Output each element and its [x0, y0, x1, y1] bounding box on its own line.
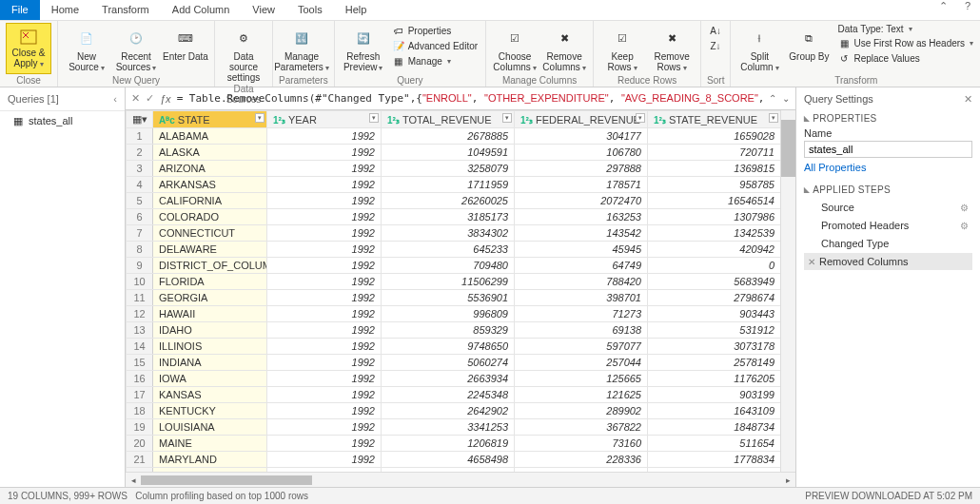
- gear-icon[interactable]: ⚙: [960, 221, 969, 231]
- cell-value[interactable]: 228336: [515, 452, 648, 468]
- cell-value[interactable]: 3258079: [382, 161, 515, 177]
- cell-state[interactable]: KENTUCKY: [153, 403, 267, 419]
- delete-step-icon[interactable]: ✕: [808, 257, 815, 267]
- table-row[interactable]: 7CONNECTICUT199238343021435421342539: [127, 225, 781, 242]
- table-row[interactable]: 8DELAWARE199264523345945420942: [127, 242, 781, 258]
- cell-value[interactable]: 1992: [267, 258, 382, 274]
- tab-help[interactable]: Help: [334, 0, 379, 20]
- applied-steps-section[interactable]: APPLIED STEPS: [804, 184, 972, 195]
- cell-state[interactable]: LOUISIANA: [153, 419, 267, 436]
- cell-value[interactable]: 5536901: [382, 290, 515, 306]
- cell-value[interactable]: 1992: [267, 419, 382, 436]
- data-type-button[interactable]: Data Type: Text: [835, 23, 975, 35]
- cell-value[interactable]: 1049591: [382, 145, 515, 161]
- cell-value[interactable]: 1992: [267, 468, 382, 473]
- cell-value[interactable]: 2578149: [648, 355, 781, 371]
- cell-value[interactable]: 1992: [267, 128, 382, 145]
- column-dropdown-icon[interactable]: ▾: [769, 113, 778, 123]
- cell-value[interactable]: 4658498: [382, 452, 515, 468]
- cell-value[interactable]: 297888: [515, 161, 648, 177]
- cell-state[interactable]: ARKANSAS: [153, 177, 267, 193]
- cell-value[interactable]: 1992: [267, 242, 382, 258]
- cell-value[interactable]: 1992: [267, 177, 382, 193]
- properties-button[interactable]: 🏷Properties: [390, 23, 480, 38]
- column-dropdown-icon[interactable]: ▾: [369, 113, 379, 123]
- cell-value[interactable]: 2663934: [382, 371, 515, 387]
- table-row[interactable]: 3ARIZONA199232580792978881369815: [127, 161, 781, 177]
- cell-value[interactable]: 1992: [267, 371, 382, 387]
- cell-value[interactable]: 1778834: [648, 452, 781, 468]
- cell-value[interactable]: 1307986: [648, 209, 781, 225]
- cell-value[interactable]: 367822: [515, 419, 648, 436]
- cell-value[interactable]: 106780: [515, 145, 648, 161]
- help-icon[interactable]: ?: [955, 0, 980, 20]
- cell-value[interactable]: 16546514: [648, 193, 781, 209]
- close-apply-button[interactable]: Close & Apply: [6, 23, 51, 74]
- tab-transform[interactable]: Transform: [90, 0, 161, 20]
- applied-step[interactable]: Promoted Headers⚙: [804, 217, 972, 234]
- first-row-headers-button[interactable]: ▦Use First Row as Headers: [835, 35, 975, 50]
- cell-value[interactable]: 597077: [515, 339, 648, 355]
- cell-value[interactable]: 3834302: [382, 225, 515, 242]
- table-row[interactable]: 4ARKANSAS19921711959178571958785: [127, 177, 781, 193]
- cell-value[interactable]: 1342539: [648, 225, 781, 242]
- table-row[interactable]: 1ALABAMA199226788853041771659028: [127, 128, 781, 145]
- cell-state[interactable]: KANSAS: [153, 387, 267, 403]
- table-row[interactable]: 15INDIANA199250602742570442578149: [127, 355, 781, 371]
- column-dropdown-icon[interactable]: ▾: [255, 113, 265, 123]
- tab-add-column[interactable]: Add Column: [161, 0, 242, 20]
- cell-value[interactable]: 69138: [515, 322, 648, 339]
- cell-value[interactable]: 2798674: [648, 290, 781, 306]
- cell-value[interactable]: 1643109: [648, 403, 781, 419]
- cell-state[interactable]: ALABAMA: [153, 128, 267, 145]
- new-source-button[interactable]: 📄New Source: [64, 23, 109, 73]
- cell-value[interactable]: 1439051: [648, 468, 781, 473]
- table-row[interactable]: 9DISTRICT_OF_COLUMBIA1992709480647490: [127, 258, 781, 274]
- cell-state[interactable]: DELAWARE: [153, 242, 267, 258]
- cell-value[interactable]: 958785: [648, 177, 781, 193]
- cell-value[interactable]: 1848734: [648, 419, 781, 436]
- cell-value[interactable]: 3073178: [648, 339, 781, 355]
- manage-parameters-button[interactable]: 🔣Manage Parameters: [279, 23, 324, 73]
- cell-value[interactable]: 903199: [648, 387, 781, 403]
- sort-asc-button[interactable]: A↓: [707, 23, 724, 38]
- properties-section[interactable]: PROPERTIES: [804, 113, 972, 124]
- cell-value[interactable]: 45945: [515, 242, 648, 258]
- tab-home[interactable]: Home: [40, 0, 90, 20]
- vertical-scrollbar[interactable]: [780, 110, 795, 472]
- chevron-up-icon[interactable]: ⌃: [931, 0, 955, 20]
- column-dropdown-icon[interactable]: ▾: [636, 113, 645, 123]
- cell-value[interactable]: 1992: [267, 290, 382, 306]
- column-header-federal_revenue[interactable]: 1²₃FEDERAL_REVENUE▾: [515, 111, 648, 128]
- recent-sources-button[interactable]: 🕑Recent Sources: [113, 23, 159, 73]
- cell-value[interactable]: 903443: [648, 306, 781, 322]
- cell-value[interactable]: 531912: [648, 322, 781, 339]
- cell-value[interactable]: 1992: [267, 161, 382, 177]
- cancel-icon[interactable]: ✕: [131, 92, 140, 105]
- cell-value[interactable]: 645233: [382, 242, 515, 258]
- scroll-right-icon[interactable]: ▸: [780, 475, 795, 485]
- applied-step[interactable]: Source⚙: [804, 199, 972, 216]
- remove-rows-button[interactable]: ✖Remove Rows: [649, 23, 695, 73]
- table-row[interactable]: 19LOUISIANA199233412533678221848734: [127, 419, 781, 436]
- table-row[interactable]: 12HAWAII199299680971273903443: [127, 306, 781, 322]
- cell-value[interactable]: 3341253: [382, 419, 515, 436]
- gear-icon[interactable]: ⚙: [960, 203, 969, 213]
- cell-value[interactable]: 143542: [515, 225, 648, 242]
- cell-value[interactable]: 1992: [267, 436, 382, 452]
- split-column-button[interactable]: ⫲Split Column: [736, 23, 782, 73]
- cell-value[interactable]: 2072470: [515, 193, 648, 209]
- all-properties-link[interactable]: All Properties: [804, 162, 866, 173]
- cell-value[interactable]: 1992: [267, 355, 382, 371]
- cell-value[interactable]: 1992: [267, 403, 382, 419]
- cell-state[interactable]: ARIZONA: [153, 161, 267, 177]
- cell-value[interactable]: 73160: [515, 436, 648, 452]
- formula-up-icon[interactable]: ⌃: [769, 93, 776, 104]
- cell-value[interactable]: 859329: [382, 322, 515, 339]
- column-header-state_revenue[interactable]: 1²₃STATE_REVENUE▾: [648, 111, 781, 128]
- cell-value[interactable]: 1992: [267, 193, 382, 209]
- cell-value[interactable]: 3185173: [382, 209, 515, 225]
- corner-cell[interactable]: ▦▾: [127, 111, 153, 128]
- column-header-total_revenue[interactable]: 1²₃TOTAL_REVENUE▾: [382, 111, 515, 128]
- remove-columns-button[interactable]: ✖Remove Columns: [541, 23, 587, 73]
